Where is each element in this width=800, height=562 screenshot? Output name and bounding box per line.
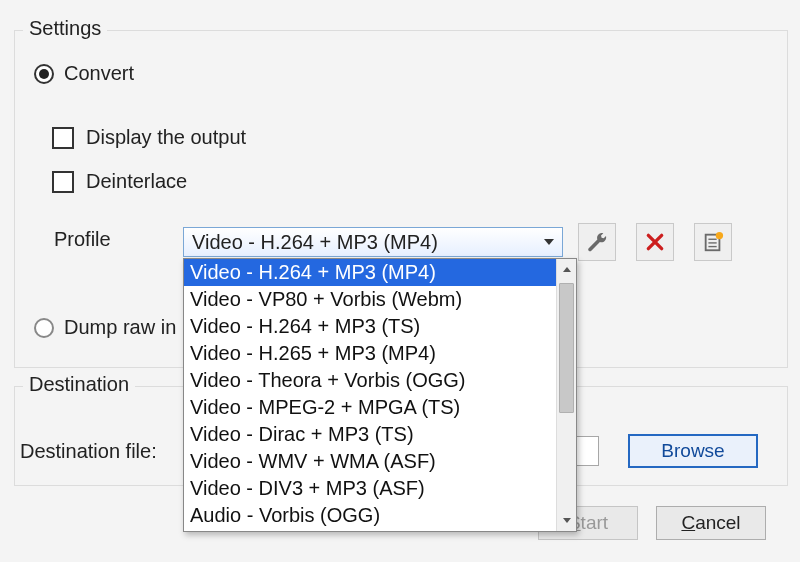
checkbox-box-icon [52, 171, 74, 193]
profile-option-list: Video - H.264 + MP3 (MP4)Video - VP80 + … [184, 259, 556, 531]
browse-button-label: Browse [661, 440, 724, 462]
profile-option[interactable]: Video - MPEG-2 + MPGA (TS) [184, 394, 556, 421]
edit-profile-button[interactable] [578, 223, 616, 261]
display-output-label: Display the output [86, 126, 246, 149]
profile-option[interactable]: Video - VP80 + Vorbis (Webm) [184, 286, 556, 313]
wrench-icon [586, 231, 608, 253]
deinterlace-label: Deinterlace [86, 170, 187, 193]
new-profile-button[interactable] [694, 223, 732, 261]
profile-option[interactable]: Video - Theora + Vorbis (OGG) [184, 367, 556, 394]
convert-radio-label: Convert [64, 62, 134, 85]
profile-combobox-value: Video - H.264 + MP3 (MP4) [192, 231, 438, 254]
profile-dropdown-list[interactable]: Video - H.264 + MP3 (MP4)Video - VP80 + … [183, 258, 577, 532]
dropdown-scrollbar[interactable] [556, 259, 576, 531]
delete-x-icon [645, 232, 665, 252]
settings-legend: Settings [23, 17, 107, 40]
profile-combobox[interactable]: Video - H.264 + MP3 (MP4) [183, 227, 563, 257]
deinterlace-checkbox[interactable]: Deinterlace [52, 170, 187, 193]
scrollbar-thumb[interactable] [559, 283, 574, 413]
profile-option[interactable]: Video - Dirac + MP3 (TS) [184, 421, 556, 448]
destination-legend: Destination [23, 373, 135, 396]
scroll-up-arrow-icon[interactable] [557, 259, 576, 281]
delete-profile-button[interactable] [636, 223, 674, 261]
profile-label: Profile [54, 228, 111, 251]
profile-option[interactable]: Video - H.265 + MP3 (MP4) [184, 340, 556, 367]
browse-button[interactable]: Browse [628, 434, 758, 468]
new-document-icon [702, 231, 724, 253]
cancel-button-label: Cancel [681, 512, 740, 534]
radio-dot-icon [34, 64, 54, 84]
svg-point-4 [716, 232, 723, 239]
scroll-down-arrow-icon[interactable] [557, 509, 576, 531]
profile-option[interactable]: Video - H.264 + MP3 (MP4) [184, 259, 556, 286]
profile-option[interactable]: Audio - Vorbis (OGG) [184, 502, 556, 529]
cancel-button[interactable]: Cancel [656, 506, 766, 540]
checkbox-box-icon [52, 127, 74, 149]
dump-raw-radio[interactable]: Dump raw in [34, 316, 176, 339]
display-output-checkbox[interactable]: Display the output [52, 126, 246, 149]
chevron-down-icon [544, 239, 554, 245]
profile-option[interactable]: Video - H.264 + MP3 (TS) [184, 313, 556, 340]
dump-raw-label: Dump raw in [64, 316, 176, 339]
profile-option[interactable]: Video - DIV3 + MP3 (ASF) [184, 475, 556, 502]
destination-file-label: Destination file: [20, 440, 157, 463]
convert-radio[interactable]: Convert [34, 62, 134, 85]
profile-option[interactable]: Video - WMV + WMA (ASF) [184, 448, 556, 475]
radio-dot-icon [34, 318, 54, 338]
